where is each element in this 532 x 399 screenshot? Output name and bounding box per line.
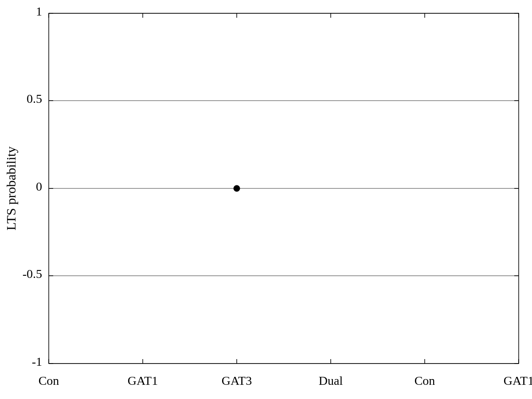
y-tick-neg0.5: -0.5 [23, 267, 42, 281]
y-tick-neg1: -1 [32, 355, 42, 368]
y-axis-label: LTS probability [4, 146, 18, 231]
x-label-dual: Dual [319, 374, 343, 387]
y-tick-0.5: 0.5 [27, 92, 42, 106]
chart-container: 1 0.5 0 -0.5 -1 LTS probability Con GAT1… [0, 0, 532, 399]
x-label-con2: Con [415, 374, 435, 387]
data-point [234, 185, 240, 192]
x-label-gat1-2: GAT1 [504, 374, 532, 387]
x-label-gat3: GAT3 [222, 374, 252, 387]
x-label-con1: Con [39, 374, 59, 387]
x-label-gat1: GAT1 [128, 374, 158, 387]
y-tick-1: 1 [36, 4, 42, 18]
y-tick-0: 0 [36, 180, 42, 193]
